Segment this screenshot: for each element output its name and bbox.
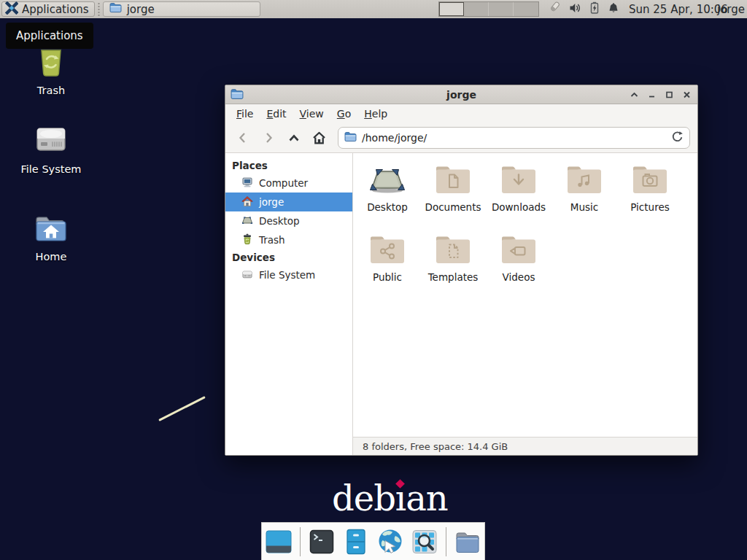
path-folder-icon <box>344 131 357 144</box>
applications-tooltip: Applications <box>6 23 93 49</box>
desktop-icon-file-system[interactable]: File System <box>11 124 91 175</box>
file-label: Public <box>373 271 402 283</box>
menu-file[interactable]: File <box>230 106 260 122</box>
computer-icon <box>241 176 253 190</box>
xfce-applications-icon <box>5 1 18 18</box>
window-title: jorge <box>225 89 697 101</box>
file-public[interactable]: Public <box>355 233 420 303</box>
tray-tool-icon[interactable] <box>548 1 561 17</box>
reload-icon[interactable] <box>671 131 684 145</box>
desktop-icon-trash[interactable]: Trash <box>11 41 91 96</box>
file-cabinet-icon <box>341 527 371 556</box>
window-folder-icon <box>231 88 244 103</box>
devices-header: Devices <box>225 249 352 265</box>
terminal-launcher[interactable] <box>306 526 337 557</box>
file-label: Videos <box>503 271 535 283</box>
close-button[interactable] <box>681 90 692 101</box>
up-button[interactable] <box>284 128 303 148</box>
home-button[interactable] <box>309 128 329 148</box>
file-manager-launcher[interactable] <box>341 526 371 557</box>
volume-icon[interactable] <box>569 2 581 17</box>
file-manager-window: jorge File Edit View Go Help <box>225 85 698 456</box>
workspace-2[interactable] <box>464 2 489 16</box>
documents-folder-icon <box>433 163 473 199</box>
maximize-button[interactable] <box>664 90 675 101</box>
sidebar-item-desktop[interactable]: Desktop <box>225 211 352 230</box>
menu-view[interactable]: View <box>293 106 330 122</box>
file-videos[interactable]: Videos <box>486 233 551 303</box>
workspace-1[interactable] <box>439 2 464 16</box>
pictures-folder-icon <box>630 163 670 199</box>
sidebar-item-computer[interactable]: Computer <box>225 174 352 192</box>
workspace-3[interactable] <box>489 2 514 16</box>
statusbar: 8 folders, Free space: 14.4 GiB <box>353 437 697 455</box>
trash-mini-icon <box>241 233 253 247</box>
toolbar: /home/jorge/ <box>225 123 697 153</box>
path-text[interactable]: /home/jorge/ <box>362 132 671 144</box>
file-downloads[interactable]: Downloads <box>486 163 551 233</box>
music-folder-icon <box>565 163 604 199</box>
sidebar-item-label: File System <box>259 269 315 281</box>
sidebar-item-label: jorge <box>259 196 284 208</box>
battery-icon[interactable] <box>589 1 600 17</box>
folder-launcher[interactable] <box>452 526 483 557</box>
file-pictures[interactable]: Pictures <box>617 163 683 233</box>
web-browser-launcher[interactable] <box>375 526 406 557</box>
home-folder-icon <box>33 213 69 246</box>
notifications-bell-icon[interactable] <box>608 2 619 17</box>
minimize-button[interactable] <box>646 90 657 101</box>
panel-clock[interactable]: Sun 25 Apr, 10:06 <box>629 0 728 18</box>
menu-help[interactable]: Help <box>357 106 394 122</box>
app-finder-icon <box>410 527 439 556</box>
window-titlebar[interactable]: jorge <box>225 85 697 104</box>
desktop-icon-label: Home <box>36 251 67 262</box>
places-header: Places <box>225 158 352 174</box>
sidebar-item-trash[interactable]: Trash <box>225 230 352 249</box>
logo-text-left: deb <box>332 478 395 518</box>
back-button[interactable] <box>233 128 252 148</box>
workspace-4[interactable] <box>514 2 538 16</box>
panel-username[interactable]: jorge <box>717 0 745 18</box>
sidebar-item-jorge[interactable]: jorge <box>225 192 352 211</box>
app-finder-launcher[interactable] <box>409 526 440 557</box>
file-templates[interactable]: Templates <box>420 233 486 303</box>
user-desktop-icon <box>368 163 407 199</box>
places-sidebar: Places Computer <box>225 153 353 455</box>
window-icon <box>264 527 293 556</box>
forward-button[interactable] <box>258 128 278 148</box>
menubar: File Edit View Go Help <box>225 104 697 123</box>
panel-handle[interactable] <box>97 3 101 16</box>
file-music[interactable]: Music <box>551 163 617 233</box>
path-entry[interactable]: /home/jorge/ <box>338 127 690 149</box>
home-icon <box>241 195 253 209</box>
file-label: Downloads <box>492 201 546 213</box>
sidebar-item-label: Desktop <box>259 215 300 227</box>
sidebar-item-file-system[interactable]: File System <box>225 265 352 284</box>
logo-text-right: an <box>406 478 448 518</box>
dock-separator <box>300 527 301 556</box>
top-panel: Applications jorge <box>0 0 747 18</box>
menu-edit[interactable]: Edit <box>260 106 293 122</box>
folder-icon <box>453 527 482 556</box>
desktop-icon-label: File System <box>21 163 82 175</box>
file-documents[interactable]: Documents <box>420 163 486 233</box>
downloads-folder-icon <box>499 163 538 199</box>
sidebar-item-label: Computer <box>259 177 308 189</box>
terminal-icon <box>307 527 336 556</box>
file-icon-view[interactable]: Desktop <box>353 153 697 437</box>
desktop-icon-home[interactable]: Home <box>11 213 91 262</box>
show-desktop-launcher[interactable] <box>263 526 294 557</box>
hard-drive-icon <box>33 124 69 159</box>
taskbar-window-button[interactable]: jorge <box>103 1 260 17</box>
taskbar-window-label: jorge <box>127 3 155 16</box>
templates-folder-icon <box>433 233 473 269</box>
file-desktop[interactable]: Desktop <box>355 163 420 233</box>
workspace-pager <box>438 1 539 17</box>
videos-folder-icon <box>499 233 538 269</box>
file-label: Music <box>570 201 598 213</box>
menu-go[interactable]: Go <box>330 106 357 122</box>
dock-separator <box>446 527 446 556</box>
applications-menu-button[interactable]: Applications <box>1 1 95 17</box>
shade-button[interactable] <box>629 90 640 101</box>
file-label: Templates <box>428 271 479 283</box>
